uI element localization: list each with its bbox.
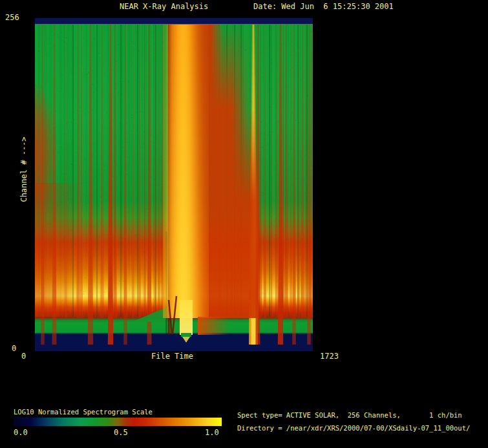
directory-info: Directory = /near/xdr/XRS/2000/07-00/XSd… [237, 425, 470, 432]
x-axis-title: File Time [151, 352, 193, 361]
y-axis-title: Channel # ---> [20, 136, 28, 202]
near-xray-analysis-window: NEAR X-Ray Analysis Date: Wed Jun 6 15:2… [0, 0, 488, 448]
x-axis-min-label: 0 [21, 352, 26, 361]
y-axis-max-label: 256 [5, 14, 19, 22]
colorbar-tick-05: 0.5 [114, 429, 128, 437]
colorbar-tick-1: 1.0 [205, 429, 219, 437]
y-axis-min-label: 0 [12, 345, 16, 353]
colorbar-gradient [14, 418, 222, 426]
x-axis-max-label: 1723 [320, 352, 339, 361]
spect-type-info: Spect type= ACTIVE SOLAR, 256 Channels, … [237, 412, 462, 420]
colorbar-tick-0: 0.0 [14, 429, 28, 437]
spectrogram-canvas [35, 18, 313, 351]
page-title: NEAR X-Ray Analysis [120, 3, 208, 11]
colorbar-title: LOG10 Normalized Spectrogram Scale [14, 409, 153, 416]
date-label: Date: Wed Jun 6 15:25:30 2001 [253, 3, 394, 11]
